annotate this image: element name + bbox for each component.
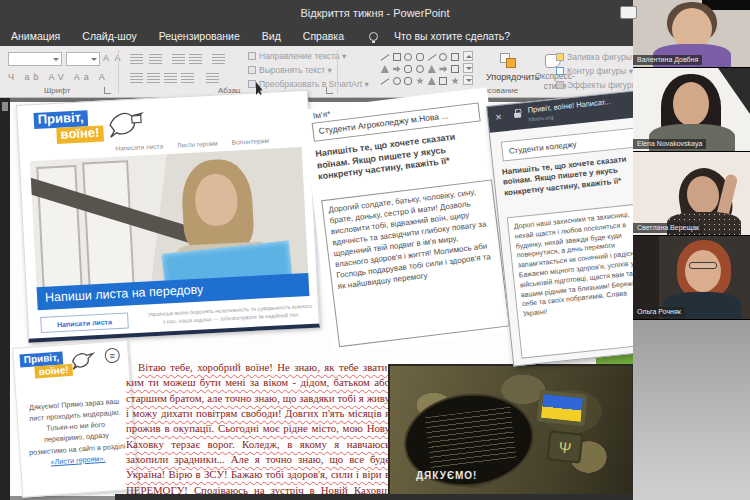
decrease-indent-icon[interactable] bbox=[172, 54, 185, 65]
participant-name: Ольга Рочняк bbox=[633, 307, 685, 317]
participant-video-3[interactable]: Светлана Верещак bbox=[633, 152, 750, 236]
thanks-screenshot: Привіт, воїне! ≡ Дякуємо! Прямо зараз ва… bbox=[12, 340, 138, 498]
shape-line-icon[interactable] bbox=[380, 54, 389, 61]
columns-icon[interactable] bbox=[206, 73, 219, 84]
participant-video-4[interactable]: Ольга Рочняк bbox=[633, 236, 750, 320]
video-caption: ДЯКУЄМО! bbox=[416, 470, 477, 481]
glasses bbox=[689, 262, 717, 269]
shape-line2-icon[interactable] bbox=[427, 54, 436, 61]
text-direction-icon bbox=[248, 52, 256, 60]
shape-triangle3-icon[interactable] bbox=[428, 77, 436, 85]
slide-bottom-edge bbox=[115, 494, 640, 500]
site-caption: Українські воїни боронять незалежність т… bbox=[146, 302, 315, 327]
shape-rect3-icon[interactable] bbox=[451, 65, 459, 73]
shape-arrow-icon[interactable] bbox=[393, 65, 401, 73]
dove-letter-icon bbox=[105, 105, 147, 141]
shape-rect-icon[interactable] bbox=[393, 53, 401, 61]
avatar bbox=[685, 250, 721, 292]
font-group-label: Шрифт bbox=[44, 86, 70, 95]
shapes-gallery[interactable] bbox=[379, 51, 461, 89]
shape-rounded2-icon[interactable] bbox=[404, 65, 412, 73]
shape-outline-icon bbox=[556, 67, 564, 75]
letters-to-heroes-link[interactable]: «Листи героям». bbox=[50, 454, 105, 467]
align-right-icon[interactable] bbox=[164, 73, 177, 84]
shape-triangle2-icon[interactable] bbox=[428, 65, 436, 73]
font-dialog-launcher-icon[interactable] bbox=[104, 87, 111, 94]
shape-star2-icon[interactable] bbox=[451, 77, 459, 85]
align-center-icon[interactable] bbox=[147, 73, 160, 84]
shape-star-icon[interactable] bbox=[416, 77, 424, 85]
participant-video-2[interactable]: Elena Novakovskaya bbox=[633, 68, 750, 152]
phone-message-label: Напишіть те, що хочете сказати воїнам. Я… bbox=[502, 153, 646, 199]
line-spacing-icon[interactable] bbox=[212, 54, 225, 65]
site-logo-bottom: воїне! bbox=[56, 125, 104, 143]
participants-panel: Валентина Довбня Elena Novakovskaya Свет… bbox=[633, 0, 750, 320]
align-text-button[interactable]: Выровнять текст ▾ bbox=[248, 65, 332, 75]
trident-patch: Ψ bbox=[547, 430, 584, 463]
shape-oval2-icon[interactable] bbox=[439, 53, 447, 61]
align-left-icon[interactable] bbox=[130, 73, 143, 84]
hamburger-menu-icon[interactable]: ≡ bbox=[104, 348, 120, 364]
message-textarea[interactable]: Дорогий солдате, батьку, чоловіку, сину,… bbox=[321, 179, 510, 347]
participant-name: Валентина Довбня bbox=[633, 55, 702, 65]
shape-oval4-icon[interactable] bbox=[393, 77, 401, 85]
shape-rect2-icon[interactable] bbox=[451, 53, 459, 61]
arrange-button[interactable]: Упорядочить bbox=[486, 72, 540, 82]
shape-curve-icon[interactable] bbox=[380, 78, 389, 85]
window-pane bbox=[82, 160, 135, 294]
shape-rounded-rect-icon[interactable] bbox=[416, 53, 424, 61]
smartart-icon bbox=[248, 80, 256, 88]
write-letter-button[interactable]: Написати листа bbox=[40, 312, 129, 333]
nav-volunteers[interactable]: Волонтерам bbox=[231, 137, 268, 146]
close-tab-icon[interactable]: × bbox=[495, 110, 503, 123]
shape-effects-button[interactable]: Эффекты фигуры ▾ bbox=[556, 80, 645, 90]
site-screenshot-hero: Привіт, воїне! Написати листа Листи геро… bbox=[16, 90, 320, 343]
shapes-scroll-down[interactable] bbox=[463, 63, 473, 73]
phone-tab-title: Привіт, воїне! Написат... bbox=[527, 97, 611, 115]
medallion-engraving bbox=[425, 407, 517, 469]
shape-rect4-icon[interactable] bbox=[439, 77, 447, 85]
site-screenshot-form: Ім'я* Студенти Агроколеджу м.Нова ... На… bbox=[302, 87, 517, 354]
slide-right-lower-area bbox=[633, 320, 750, 500]
name-field-label: Ім'я* bbox=[312, 109, 331, 121]
grow-shrink-font-icons[interactable]: A A bbox=[103, 53, 123, 63]
justify-icon[interactable] bbox=[181, 73, 194, 84]
align-text-icon bbox=[248, 66, 256, 74]
arrange-icon bbox=[500, 53, 518, 69]
nav-letters-to-heroes[interactable]: Листи героям bbox=[177, 140, 218, 149]
shape-oval-icon[interactable] bbox=[404, 53, 412, 61]
participant-video-1[interactable]: Валентина Довбня bbox=[633, 0, 750, 68]
shape-outline-button[interactable]: Контур фигуры ▾ bbox=[556, 66, 633, 76]
dove-icon bbox=[69, 347, 97, 373]
tab-slideshow[interactable]: Слайд-шоу bbox=[71, 26, 147, 46]
paragraph-dialog-launcher-icon[interactable] bbox=[326, 87, 333, 94]
shapes-scroll-up[interactable] bbox=[463, 51, 473, 61]
font-name-combo[interactable] bbox=[8, 52, 62, 66]
tell-me-box[interactable]: Что вы хотите сделать? bbox=[383, 26, 521, 46]
shape-oval3-icon[interactable] bbox=[416, 65, 424, 73]
app-window: Відкриття тижня - PowerPoint Анимация Сл… bbox=[0, 0, 750, 500]
font-style-icons[interactable]: Ч ab AV Aa A bbox=[8, 72, 109, 82]
font-size-combo[interactable] bbox=[66, 52, 100, 66]
tab-help[interactable]: Справка bbox=[292, 26, 355, 46]
shape-rounded3-icon[interactable] bbox=[404, 77, 412, 85]
moderation-text: Дякуємо! Прямо зараз ваш лист проходить … bbox=[25, 395, 127, 469]
text-direction-button[interactable]: Направление текста ▾ bbox=[248, 51, 346, 61]
shape-fill-button[interactable]: Заливка фигуры ▾ bbox=[556, 52, 639, 62]
thanks-logo-bottom: воїне! bbox=[34, 363, 73, 378]
soldier-video-frame[interactable]: Ψ ДЯКУЄМО! bbox=[388, 364, 634, 498]
bullets-icon[interactable] bbox=[130, 54, 143, 65]
meeting-control-chip[interactable] bbox=[620, 6, 637, 19]
increase-indent-icon[interactable] bbox=[189, 54, 202, 65]
numbering-icon[interactable] bbox=[149, 54, 162, 65]
tab-view[interactable]: Вид bbox=[251, 26, 292, 46]
convert-smartart-button[interactable]: Преобразовать в SmartArt ▾ bbox=[248, 79, 369, 89]
shapes-gallery-more[interactable] bbox=[463, 75, 473, 85]
tab-review[interactable]: Рецензирование bbox=[148, 26, 251, 46]
shape-arrow2-icon[interactable] bbox=[439, 65, 447, 73]
nav-write-letter[interactable]: Написати листа bbox=[115, 142, 163, 151]
tab-animation[interactable]: Анимация bbox=[0, 26, 71, 46]
lock-icon bbox=[514, 112, 521, 118]
shape-triangle-icon[interactable] bbox=[381, 65, 389, 73]
participant-name: Светлана Верещак bbox=[633, 223, 703, 233]
